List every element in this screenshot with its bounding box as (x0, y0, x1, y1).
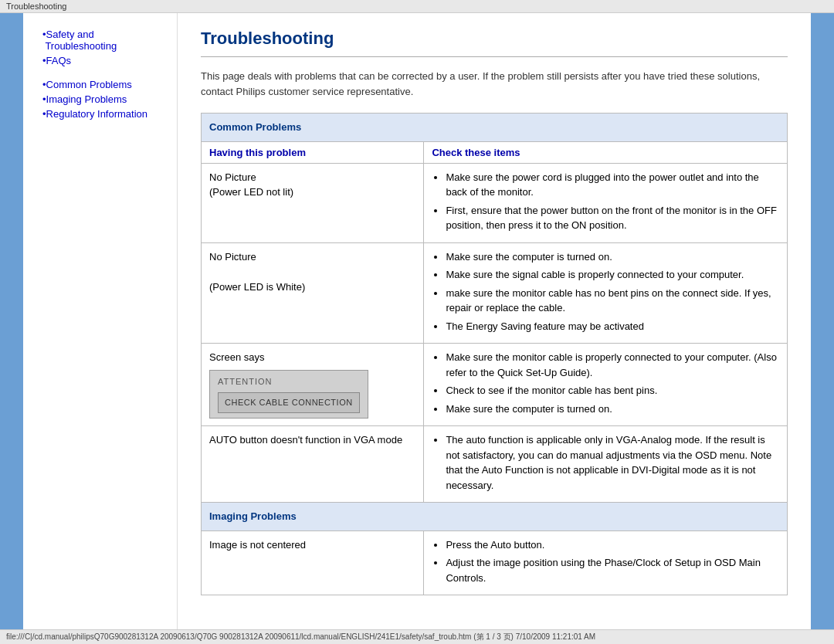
status-bar-text: file:///C|/cd.manual/philipsQ70G90028131… (6, 632, 595, 641)
screen-says-label: Screen says (209, 351, 265, 363)
sidebar-item-safety[interactable]: •Safety and Troubleshooting (42, 29, 165, 52)
solution-cell-3: Make sure the monitor cable is properly … (424, 344, 788, 426)
page-title: Troubleshooting (201, 29, 788, 49)
sidebar-item-faqs[interactable]: •FAQs (42, 55, 165, 66)
list-item: make sure the monitor cable has no bent … (446, 286, 779, 316)
problem-cell-2: No Picture(Power LED is White) (202, 242, 424, 344)
problem-cell-1: No Picture(Power LED not lit) (202, 163, 424, 242)
intro-text: This page deals with problems that can b… (201, 69, 788, 99)
list-item: First, ensure that the power button on t… (446, 203, 779, 233)
problem-text-2: No Picture(Power LED is White) (209, 251, 305, 293)
solution-list-2: Make sure the computer is turned on. Mak… (446, 249, 779, 334)
table-row: AUTO button doesn't function in VGA mode… (202, 426, 788, 503)
column-headers-row: Having this problem Check these items (202, 141, 788, 163)
solution-cell-4: The auto function is applicable only in … (424, 426, 788, 503)
problem-text-4: AUTO button doesn't function in VGA mode (209, 434, 402, 446)
sidebar-item-common[interactable]: •Common Problems (42, 79, 165, 90)
attention-title: ATTENTION (218, 375, 360, 388)
title-bar: Troubleshooting (0, 0, 834, 13)
list-item: Make sure the computer is turned on. (446, 249, 779, 265)
sidebar-group-sub: •Common Problems •Imaging Problems •Regu… (35, 79, 165, 120)
table-row: Screen says ATTENTION CHECK CABLE CONNEC… (202, 344, 788, 426)
common-problems-header: Common Problems (202, 114, 788, 142)
problem-cell-5: Image is not centered (202, 530, 424, 595)
solution-cell-2: Make sure the computer is turned on. Mak… (424, 242, 788, 344)
common-problems-header-row: Common Problems (202, 114, 788, 142)
list-item: Make sure the signal cable is properly c… (446, 267, 779, 283)
list-item: Press the Auto button. (446, 537, 779, 553)
solution-cell-1: Make sure the power cord is plugged into… (424, 163, 788, 242)
sidebar-group-main: •Safety and Troubleshooting •FAQs (35, 29, 165, 66)
title-bar-text: Troubleshooting (6, 2, 66, 11)
solution-cell-5: Press the Auto button. Adjust the image … (424, 530, 788, 595)
list-item: The auto function is applicable only in … (446, 432, 779, 493)
solution-list-4: The auto function is applicable only in … (446, 432, 779, 493)
sidebar: •Safety and Troubleshooting •FAQs •Commo… (23, 13, 178, 631)
problem-text-5: Image is not centered (209, 539, 306, 551)
list-item: Adjust the image position using the Phas… (446, 555, 779, 585)
table-row: No Picture(Power LED not lit) Make sure … (202, 163, 788, 242)
list-item: Check to see if the monitor cable has be… (446, 383, 779, 398)
table-row: No Picture(Power LED is White) Make sure… (202, 242, 788, 344)
table-row: Image is not centered Press the Auto but… (202, 530, 788, 595)
list-item: The Energy Saving feature may be activat… (446, 319, 779, 334)
solution-list-5: Press the Auto button. Adjust the image … (446, 537, 779, 586)
list-item: Make sure the monitor cable is properly … (446, 350, 779, 380)
imaging-problems-header-row: Imaging Problems (202, 503, 788, 531)
common-problems-table: Common Problems Having this problem Chec… (201, 113, 788, 595)
title-divider (201, 56, 788, 57)
attention-body: CHECK CABLE CONNECTION (218, 392, 360, 413)
sidebar-item-regulatory[interactable]: •Regulatory Information (42, 108, 165, 120)
col-solution-header: Check these items (424, 141, 788, 163)
main-content: Troubleshooting This page deals with pro… (178, 13, 811, 631)
solution-list-3: Make sure the monitor cable is properly … (446, 350, 779, 416)
status-bar: file:///C|/cd.manual/philipsQ70G90028131… (0, 629, 834, 644)
problem-cell-4: AUTO button doesn't function in VGA mode (202, 426, 424, 503)
problem-text-1: No Picture(Power LED not lit) (209, 171, 293, 198)
list-item: Make sure the power cord is plugged into… (446, 170, 779, 200)
col-problem-header: Having this problem (202, 141, 424, 163)
imaging-problems-header: Imaging Problems (202, 503, 788, 531)
left-panel (0, 13, 23, 631)
solution-list-1: Make sure the power cord is plugged into… (446, 170, 779, 233)
attention-box: ATTENTION CHECK CABLE CONNECTION (209, 370, 368, 419)
list-item: Make sure the computer is turned on. (446, 402, 779, 417)
problem-cell-3: Screen says ATTENTION CHECK CABLE CONNEC… (202, 344, 424, 426)
sidebar-item-imaging[interactable]: •Imaging Problems (42, 93, 165, 105)
right-panel (811, 13, 834, 631)
